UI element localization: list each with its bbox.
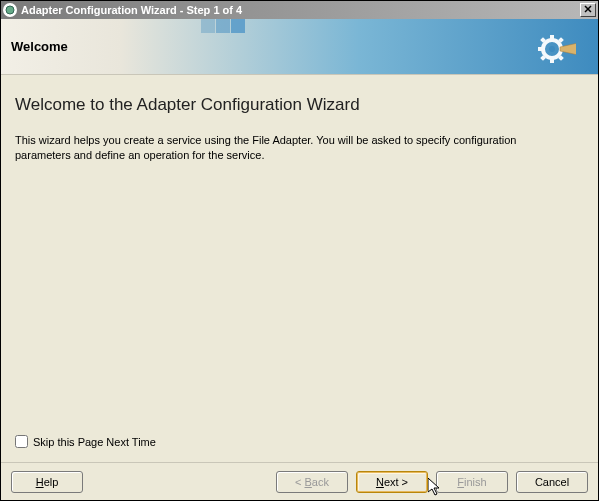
svg-rect-5 xyxy=(550,35,554,40)
svg-rect-7 xyxy=(538,47,543,51)
close-button[interactable] xyxy=(580,3,596,17)
finish-button: Finish xyxy=(436,471,508,493)
svg-point-4 xyxy=(549,46,555,52)
gear-icon xyxy=(536,29,576,71)
footer: Help < Back Next > Finish Cancel xyxy=(1,462,598,500)
page-heading: Welcome to the Adapter Configuration Wiz… xyxy=(15,95,584,115)
svg-point-0 xyxy=(6,6,14,14)
skip-label: Skip this Page Next Time xyxy=(33,436,156,448)
banner: Welcome xyxy=(1,19,598,75)
content-area: Welcome to the Adapter Configuration Wiz… xyxy=(1,75,598,462)
titlebar: Adapter Configuration Wizard - Step 1 of… xyxy=(1,1,598,19)
banner-decoration xyxy=(201,19,245,33)
help-button[interactable]: Help xyxy=(11,471,83,493)
page-body: This wizard helps you create a service u… xyxy=(15,133,575,163)
cancel-button[interactable]: Cancel xyxy=(516,471,588,493)
window-title: Adapter Configuration Wizard - Step 1 of… xyxy=(21,4,580,16)
next-button[interactable]: Next > xyxy=(356,471,428,493)
skip-checkbox[interactable] xyxy=(15,435,28,448)
wizard-window: Adapter Configuration Wizard - Step 1 of… xyxy=(0,0,599,501)
banner-title: Welcome xyxy=(11,39,68,54)
app-icon xyxy=(3,3,17,17)
back-button: < Back xyxy=(276,471,348,493)
skip-checkbox-row[interactable]: Skip this Page Next Time xyxy=(15,435,584,448)
svg-rect-6 xyxy=(550,58,554,63)
